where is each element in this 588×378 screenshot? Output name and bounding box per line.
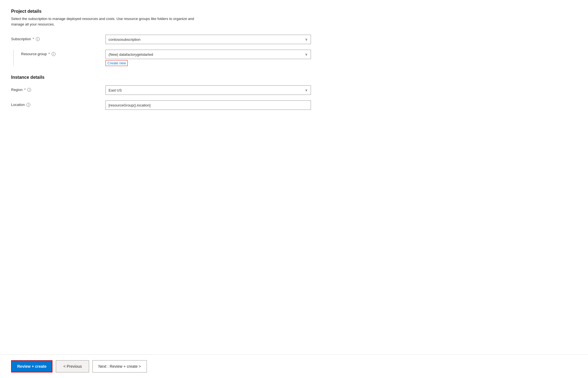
subscription-label-col: Subscription * i	[11, 35, 105, 41]
location-info-icon: i	[26, 103, 30, 107]
project-details-title: Project details	[11, 9, 322, 14]
region-info-icon: i	[27, 88, 31, 92]
resource-group-control-col: (New) datafactorygetstarted Create new	[105, 50, 311, 66]
region-control-col: East US West US West Europe East Asia	[105, 85, 311, 95]
resource-group-select-wrapper: (New) datafactorygetstarted	[105, 50, 311, 59]
region-label: Region * i	[11, 88, 105, 92]
resource-group-label-col: Resource group * i	[17, 50, 105, 56]
subscription-label: Subscription * i	[11, 37, 105, 41]
resource-group-section: Resource group * i (New) datafactorygets…	[11, 50, 322, 66]
location-label-col: Location i	[11, 100, 105, 107]
footer: Review + create < Previous Next : Review…	[0, 354, 588, 378]
subscription-control-col: contososubscription	[105, 35, 311, 44]
region-label-col: Region * i	[11, 85, 105, 92]
project-details-section: Project details Select the subscription …	[11, 9, 322, 66]
instance-details-section: Instance details Region * i East US West…	[11, 75, 322, 110]
location-label: Location i	[11, 103, 105, 107]
instance-details-title: Instance details	[11, 75, 322, 80]
location-control-col	[105, 100, 311, 110]
region-select[interactable]: East US West US West Europe East Asia	[105, 85, 311, 95]
previous-button[interactable]: < Previous	[56, 360, 89, 372]
resource-group-indent-bar	[11, 50, 17, 66]
region-required-star: *	[24, 88, 26, 92]
resource-group-select[interactable]: (New) datafactorygetstarted	[105, 50, 311, 59]
subscription-select-wrapper: contososubscription	[105, 35, 311, 44]
subscription-info-icon: i	[36, 37, 40, 41]
region-form-group: Region * i East US West US West Europe E…	[11, 85, 322, 95]
project-details-description: Select the subscription to manage deploy…	[11, 16, 205, 27]
location-input[interactable]	[105, 100, 311, 110]
subscription-form-group: Subscription * i contososubscription	[11, 35, 322, 44]
resource-group-label: Resource group * i	[21, 52, 105, 56]
resource-group-required-star: *	[49, 52, 50, 56]
review-create-button[interactable]: Review + create	[11, 360, 52, 372]
resource-group-content: Resource group * i (New) datafactorygets…	[17, 50, 322, 66]
next-review-create-button[interactable]: Next : Review + create >	[92, 360, 147, 372]
subscription-required-star: *	[33, 37, 34, 41]
location-form-group: Location i	[11, 100, 322, 110]
subscription-select[interactable]: contososubscription	[105, 35, 311, 44]
create-new-link[interactable]: Create new	[105, 60, 128, 66]
region-select-wrapper: East US West US West Europe East Asia	[105, 85, 311, 95]
resource-group-info-icon: i	[52, 52, 56, 56]
